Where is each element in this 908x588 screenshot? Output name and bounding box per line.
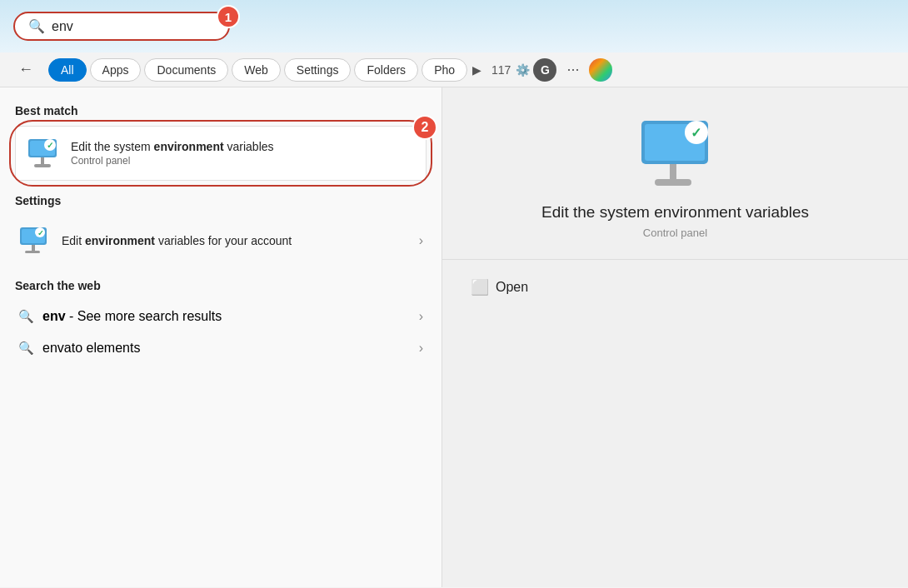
search-icon: 🔍 (28, 18, 45, 34)
svg-rect-10 (32, 245, 35, 251)
open-button[interactable]: ⬜ Open (462, 273, 536, 301)
search-web-label: Search the web (15, 279, 427, 292)
filter-icon: ⚙️ (516, 63, 530, 77)
user-avatar: G (533, 58, 556, 82)
step-badge-2: 2 (412, 115, 437, 140)
best-match-text: Edit the system environment variables Co… (71, 140, 274, 167)
best-match-item[interactable]: ✓ Edit the system environment variables … (15, 126, 427, 181)
web-search-envato[interactable]: 🔍 envato elements › (15, 332, 427, 364)
play-icon: ▶ (472, 63, 481, 77)
tab-web[interactable]: Web (232, 58, 281, 82)
profile-color-circle (589, 58, 612, 82)
svg-text:✓: ✓ (37, 229, 44, 237)
step-badge-1: 1 (217, 5, 240, 28)
best-match-subtitle: Control panel (71, 155, 274, 167)
best-match-label: Best match (15, 104, 427, 117)
web-search-env[interactable]: 🔍 env - See more search results › (15, 301, 427, 332)
open-icon: ⬜ (471, 278, 489, 296)
right-panel-icon: ✓ (638, 121, 713, 183)
main-content: Best match ✓ Edit the system environment… (0, 87, 908, 587)
svg-rect-5 (34, 164, 51, 167)
right-panel-subtitle: Control panel (643, 227, 707, 239)
right-panel-title: Edit the system environment variables (541, 203, 809, 222)
search-web-section: Search the web 🔍 env - See more search r… (15, 279, 427, 364)
best-match-icon: ✓ (27, 137, 61, 170)
open-label: Open (496, 280, 528, 295)
svg-rect-11 (25, 251, 40, 253)
web-search-text-2: envato elements (42, 341, 140, 356)
tab-documents[interactable]: Documents (144, 58, 228, 82)
settings-item-env-vars[interactable]: ✓ Edit environment variables for your ac… (15, 216, 427, 266)
search-input[interactable]: env (52, 19, 185, 34)
svg-rect-16 (670, 164, 676, 179)
web-item2-arrow: › (419, 341, 423, 356)
tab-folders[interactable]: Folders (354, 58, 418, 82)
filter-tabs: ← All Apps Documents Web Settings Folder… (0, 52, 908, 87)
search-box[interactable]: 🔍 env 1 (13, 12, 230, 41)
left-panel: Best match ✓ Edit the system environment… (0, 87, 442, 587)
result-count: 117 ⚙️ (491, 63, 530, 77)
back-button[interactable]: ← (12, 57, 40, 82)
web-search-icon-2: 🔍 (18, 341, 34, 356)
settings-label: Settings (15, 194, 427, 207)
search-bar-area: 🔍 env 1 (0, 0, 908, 52)
web-search-icon-1: 🔍 (18, 309, 34, 324)
settings-item-title: Edit environment variables for your acco… (62, 234, 292, 247)
settings-item-text: Edit environment variables for your acco… (62, 234, 292, 247)
svg-text:✓: ✓ (691, 126, 701, 140)
tab-settings[interactable]: Settings (284, 58, 352, 82)
web-search-text-1: env - See more search results (42, 309, 222, 324)
best-match-title: Edit the system environment variables (71, 140, 274, 153)
more-button[interactable]: ··· (560, 57, 586, 82)
settings-item-arrow: › (419, 233, 423, 248)
right-panel-divider (442, 259, 908, 260)
svg-text:✓: ✓ (47, 141, 53, 150)
svg-rect-4 (41, 157, 44, 164)
svg-rect-17 (655, 179, 691, 186)
right-panel: ✓ Edit the system environment variables … (442, 87, 908, 587)
settings-item-icon: ✓ (18, 224, 52, 257)
tab-apps[interactable]: Apps (90, 58, 142, 82)
tab-all[interactable]: All (48, 58, 87, 82)
settings-section: Settings ✓ Edit environment variables fo… (15, 194, 427, 266)
tab-photos[interactable]: Pho (422, 58, 467, 82)
web-item1-arrow: › (419, 309, 423, 324)
